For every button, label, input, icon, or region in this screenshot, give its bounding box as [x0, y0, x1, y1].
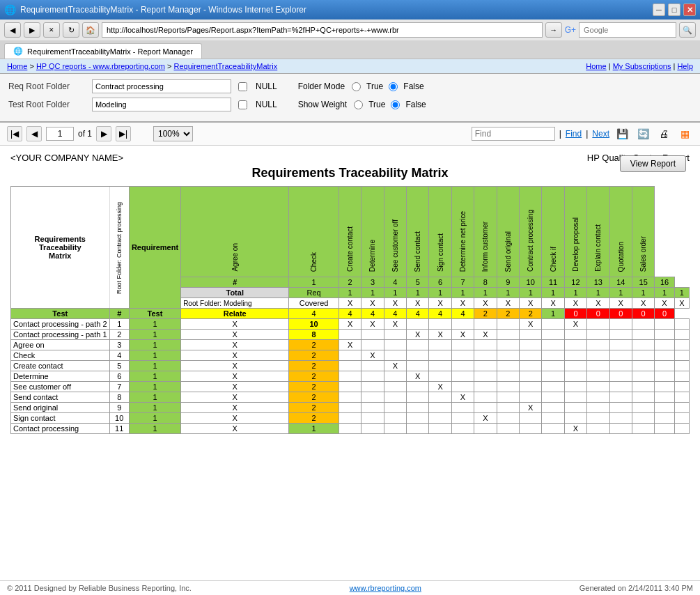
t2c9	[520, 330, 542, 340]
show-weight-false-radio[interactable]	[391, 100, 400, 109]
rel-10: 2	[520, 309, 542, 319]
hash-header: #	[181, 277, 289, 288]
refresh-icon[interactable]: 🔄	[635, 126, 651, 141]
view-report-button[interactable]: View Report	[620, 155, 686, 172]
table-row: Contact processing 11 1 X 1 X	[11, 424, 690, 434]
home-button[interactable]: 🏠	[82, 22, 99, 38]
req-val-2: 1	[361, 288, 384, 298]
t2c3	[384, 330, 406, 340]
t1c10	[542, 319, 564, 330]
cov-8: X	[497, 298, 519, 309]
req-val-3: 1	[384, 288, 406, 298]
folder-mode-false-radio[interactable]	[389, 82, 398, 91]
rel-5: 4	[407, 309, 429, 319]
page-total-label: of 1	[78, 129, 92, 139]
breadcrumb-matrix-link[interactable]: RequirementTraceabilityMatrix	[173, 62, 277, 70]
search-input[interactable]	[579, 22, 676, 38]
page-number-input[interactable]	[46, 127, 74, 141]
folder-mode-radio-group: True False	[352, 82, 424, 91]
num-1: 1	[289, 277, 339, 288]
zoom-select[interactable]: 100% 75% 150%	[153, 126, 193, 141]
next-link[interactable]: Next	[592, 129, 609, 139]
col-header-6: Send contact	[407, 187, 429, 277]
stop-button[interactable]: ✕	[43, 22, 60, 38]
close-button[interactable]: ✕	[683, 3, 696, 16]
t2c11	[564, 330, 586, 340]
prev-page-button[interactable]: ◀	[26, 126, 42, 141]
find-input[interactable]	[472, 127, 555, 141]
folder-mode-false-label: False	[403, 82, 423, 91]
t1c12	[587, 319, 609, 330]
cov-1: X	[339, 298, 361, 309]
print-icon[interactable]: 🖨	[655, 126, 672, 141]
address-input[interactable]	[102, 22, 543, 38]
table-row: Contact processing - path 1 2 1 X 8 X X …	[11, 330, 690, 340]
test-req-1: 1	[129, 319, 180, 330]
show-weight-true-radio[interactable]	[354, 100, 363, 109]
maximize-button[interactable]: □	[668, 3, 680, 16]
num-4: 4	[384, 277, 406, 288]
t1c7	[474, 319, 497, 330]
t2c4: X	[407, 330, 429, 340]
test-name-10: Sign contact	[11, 413, 110, 424]
rel-11: 1	[542, 309, 564, 319]
search-button[interactable]: 🔍	[679, 22, 696, 38]
company-name: <YOUR COMPANY NAME>	[10, 153, 123, 163]
test-col: Test	[129, 309, 180, 319]
req-null-checkbox[interactable]	[238, 82, 247, 91]
minimize-button[interactable]: ─	[653, 3, 665, 16]
forward-button[interactable]: ▶	[24, 22, 40, 38]
help-link[interactable]: Help	[677, 62, 693, 70]
t2c15	[655, 330, 674, 340]
last-page-button[interactable]: ▶|	[116, 126, 131, 141]
t1c5	[429, 319, 451, 330]
col-header-8: Determine net price	[451, 187, 474, 277]
num-11: 11	[542, 277, 564, 288]
matrix-label: RequirementsTraceabilityMatrix	[11, 187, 110, 309]
num-12: 12	[564, 277, 586, 288]
test-req-2: 1	[129, 330, 180, 340]
req-val-6: 1	[451, 288, 474, 298]
find-link[interactable]: Find	[566, 129, 582, 139]
footer: © 2011 Designed by Reliable Business Rep…	[0, 580, 700, 595]
folder-mode-true-radio[interactable]	[352, 82, 361, 91]
test-name-8: Send contact	[11, 392, 110, 403]
table-row: Create contact 5 1 X 2 X	[11, 361, 690, 371]
subscriptions-link[interactable]: My Subscriptions	[613, 62, 671, 70]
first-page-button[interactable]: |◀	[7, 126, 22, 141]
breadcrumb-right: Home | My Subscriptions | Help	[586, 62, 693, 70]
refresh-button[interactable]: ↻	[63, 22, 79, 38]
t2c7: X	[474, 330, 497, 340]
test-num-1: 1	[109, 319, 129, 330]
breadcrumb-home-link[interactable]: Home	[7, 62, 27, 70]
req-root-folder-input[interactable]	[92, 79, 231, 93]
test-root-folder-input[interactable]	[92, 98, 231, 111]
col-header-14: Explain contact	[587, 187, 609, 277]
home-nav-link[interactable]: Home	[586, 62, 606, 70]
breadcrumb-qc-link[interactable]: HP QC reports - www.rbreporting.com	[36, 62, 165, 70]
active-tab[interactable]: 🌐 RequirementTraceabilityMatrix - Report…	[4, 43, 202, 59]
footer-generated: Generated on 2/14/2011 3:40 PM	[580, 584, 693, 592]
back-button[interactable]: ◀	[4, 22, 21, 38]
grid-icon[interactable]: ▦	[676, 126, 693, 141]
rel-9: 2	[497, 309, 519, 319]
num-8: 8	[474, 277, 497, 288]
test-name-11: Contact processing	[11, 424, 110, 434]
hash-col: #	[109, 309, 129, 319]
root-folder-label: Root Folder: Contract processing	[109, 187, 129, 309]
browser-chrome: ◀ ▶ ✕ ↻ 🏠 → G+ 🔍 🌐 RequirementTraceabili…	[0, 20, 700, 59]
test-null-checkbox[interactable]	[238, 100, 247, 109]
footer-website-link[interactable]: www.rbreporting.com	[350, 584, 421, 592]
tab-bar: 🌐 RequirementTraceabilityMatrix - Report…	[0, 40, 700, 59]
go-button[interactable]: →	[545, 22, 562, 38]
covered-label: Covered	[289, 298, 339, 309]
next-page-button[interactable]: ▶	[96, 126, 111, 141]
nav-bar: ◀ ▶ ✕ ↻ 🏠 → G+ 🔍	[0, 20, 700, 40]
rel-12: 0	[564, 309, 586, 319]
export-icon[interactable]: 💾	[614, 126, 630, 141]
col-header-7: Sign contact	[429, 187, 451, 277]
col-header-15: Quotation	[609, 187, 632, 277]
t2c16	[674, 330, 689, 340]
num-2: 2	[339, 277, 361, 288]
table-row: See customer off 7 1 X 2 X	[11, 382, 690, 392]
